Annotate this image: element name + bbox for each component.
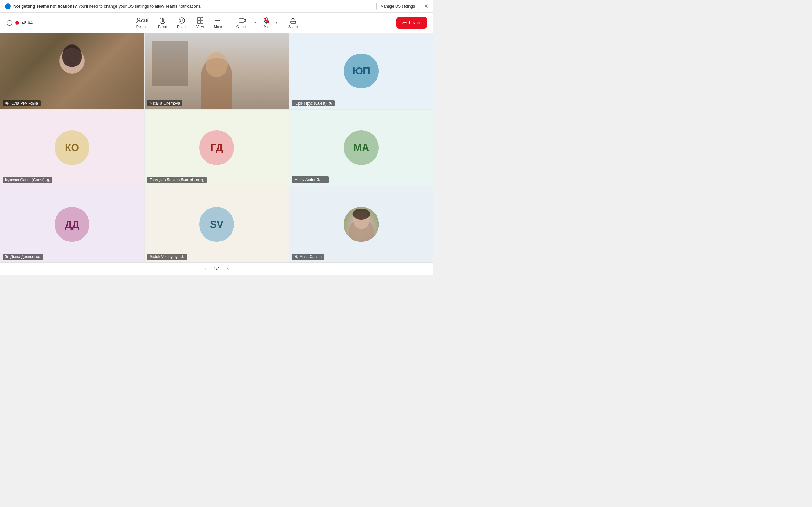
participant-label-yuriy: Юрій Прус (Guest) <box>292 100 335 107</box>
react-icon <box>178 17 185 24</box>
svg-point-0 <box>137 18 140 20</box>
raise-label: Raise <box>158 25 167 29</box>
mic-icon-sistuk <box>181 255 184 259</box>
svg-point-3 <box>182 19 183 20</box>
mic-arrow[interactable]: ▾ <box>274 20 278 25</box>
svg-point-9 <box>217 20 218 21</box>
manage-os-settings-button[interactable]: Manage OS settings <box>376 3 419 10</box>
participant-tile-maiev[interactable]: МА Maiev Andrii ··· <box>289 110 433 186</box>
notification-bar: ! Not getting Teams notifications? You'l… <box>0 0 433 13</box>
leave-button[interactable]: Leave <box>397 17 427 29</box>
participant-tile-nataliia[interactable]: Nataliia Chernova <box>145 33 289 109</box>
avatar-diana: ДД <box>55 207 90 242</box>
leave-label: Leave <box>409 20 421 25</box>
share-icon <box>290 17 297 24</box>
photo-avatar-anna <box>344 207 379 242</box>
mic-muted-icon-anna <box>294 255 298 259</box>
svg-point-2 <box>180 19 181 20</box>
raise-icon <box>159 17 166 24</box>
participant-name-sistuk: Sistuk Volodymyr <box>150 255 179 259</box>
svg-line-14 <box>264 18 269 23</box>
participant-tile-diana[interactable]: ДД Діана Денисенко <box>0 186 144 262</box>
participant-label-harmider: Гармідер Лариса Дмитрівна <box>147 177 207 183</box>
people-count: 26 <box>143 18 148 23</box>
mic-muted-icon-maiev <box>317 178 320 181</box>
more-options-maiev[interactable]: ··· <box>322 177 326 182</box>
avatar-sistuk: SV <box>199 207 234 242</box>
mic-group: Mic ▾ <box>258 15 278 31</box>
prev-page-button[interactable]: ‹ <box>202 265 209 273</box>
raise-button[interactable]: Raise <box>154 15 171 31</box>
mic-button[interactable]: Mic <box>258 15 274 31</box>
mic-muted-icon-harmider <box>201 178 204 182</box>
avatar-kuchkova: КО <box>55 130 90 165</box>
svg-rect-5 <box>200 18 203 20</box>
toolbar: 48:04 26 People Raise <box>0 13 433 33</box>
svg-point-8 <box>215 20 217 21</box>
initials-yuriy: ЮП <box>352 65 370 77</box>
avatar-yuriy: ЮП <box>344 54 379 89</box>
share-button[interactable]: Share <box>284 15 302 31</box>
video-feed-nataliia <box>145 33 289 109</box>
video-grid: Юлія Ремінська Nataliia Chernova ЮП Юрій… <box>0 33 433 262</box>
participant-name-maiev: Maiev Andrii <box>294 177 315 182</box>
svg-rect-28 <box>182 256 183 258</box>
svg-rect-11 <box>239 19 244 22</box>
camera-group: Camera ▾ <box>232 15 257 31</box>
notification-icon: ! <box>5 3 11 9</box>
page-indicator: 1/3 <box>214 267 219 271</box>
initials-diana: ДД <box>65 219 79 230</box>
close-notification-button[interactable]: ✕ <box>424 3 428 9</box>
participant-tile-anna[interactable]: Анна Савіна <box>289 186 433 262</box>
participant-tile-yuriy[interactable]: ЮП Юрій Прус (Guest) <box>289 33 433 109</box>
mic-icon <box>263 17 270 24</box>
more-button[interactable]: More <box>210 15 226 31</box>
participant-tile-kuchkova[interactable]: КО Кучкова Ольга (Guest) <box>0 110 144 186</box>
camera-arrow[interactable]: ▾ <box>253 20 257 25</box>
camera-button[interactable]: Camera <box>232 15 253 31</box>
mic-muted-icon-kuchkova <box>46 178 50 182</box>
people-button[interactable]: 26 People <box>131 15 152 31</box>
svg-point-1 <box>179 18 185 23</box>
next-page-button[interactable]: › <box>224 265 231 273</box>
participant-name-anna: Анна Савіна <box>300 255 322 259</box>
participant-tile-harmider[interactable]: ГД Гармідер Лариса Дмитрівна <box>145 110 289 186</box>
participant-name-yuriy: Юрій Прус (Guest) <box>294 101 327 106</box>
participant-label-diana: Діана Денисенко <box>3 253 43 260</box>
leave-phone-icon <box>402 20 407 25</box>
shield-icon <box>6 20 13 26</box>
notification-text: Not getting Teams notifications? You'll … <box>13 4 374 9</box>
pagination: ‹ 1/3 › <box>0 262 433 275</box>
recording-indicator <box>15 21 19 25</box>
participant-name-yulia: Юлія Ремінська <box>10 101 38 106</box>
share-label: Share <box>288 25 298 29</box>
svg-rect-4 <box>197 18 200 20</box>
mic-muted-icon-diana <box>5 255 9 259</box>
participant-tile-sistuk[interactable]: SV Sistuk Volodymyr <box>145 186 289 262</box>
svg-rect-7 <box>200 21 203 23</box>
toolbar-controls: 26 People Raise React <box>131 15 302 31</box>
initials-kuchkova: КО <box>65 142 79 154</box>
camera-icon <box>239 17 246 24</box>
people-icon: 26 <box>136 17 148 24</box>
participant-label-anna: Анна Савіна <box>292 253 324 260</box>
participant-label-sistuk: Sistuk Volodymyr <box>147 253 187 260</box>
participant-label-maiev: Maiev Andrii ··· <box>292 176 328 183</box>
participant-name-kuchkova: Кучкова Ольга (Guest) <box>5 178 44 182</box>
participant-name-nataliia: Nataliia Chernova <box>150 101 180 106</box>
notification-message: You'll need to change your OS settings t… <box>78 4 201 9</box>
initials-maiev: МА <box>353 142 369 154</box>
participant-label-nataliia: Nataliia Chernova <box>147 100 183 107</box>
avatar-maiev: МА <box>344 130 379 165</box>
timer-area: 48:04 <box>6 20 33 26</box>
react-button[interactable]: React <box>172 15 191 31</box>
total-pages: 3 <box>217 267 219 271</box>
camera-label: Camera <box>236 25 249 29</box>
notification-title: Not getting Teams notifications? <box>13 4 77 9</box>
mic-muted-icon-yuriy <box>328 102 332 105</box>
view-button[interactable]: View <box>192 15 208 31</box>
more-icon <box>214 17 221 24</box>
participant-tile-yulia[interactable]: Юлія Ремінська <box>0 33 144 109</box>
participant-name-diana: Діана Денисенко <box>10 255 40 259</box>
mic-muted-icon-yulia <box>5 102 9 105</box>
